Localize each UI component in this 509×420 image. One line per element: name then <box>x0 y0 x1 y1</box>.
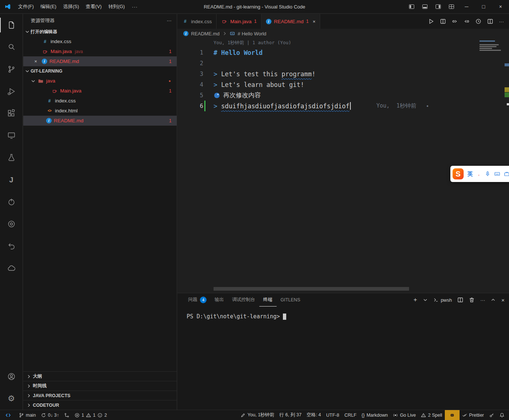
open-editor-index-css[interactable]: # index.css <box>23 36 177 46</box>
breadcrumb-file[interactable]: README.md <box>191 31 219 36</box>
keyboard-icon[interactable] <box>494 171 500 177</box>
accounts-icon[interactable] <box>0 365 22 388</box>
gitlens-authors-codelens[interactable]: You, 1秒钟前 | 1 author (You) <box>177 38 509 47</box>
menu-goto[interactable]: 转到(G) <box>105 2 128 11</box>
tab-main-java[interactable]: Main.java 1 <box>217 14 261 29</box>
open-editor-main-java[interactable]: Main.java java 1 <box>23 46 177 56</box>
explorer-icon[interactable] <box>0 14 22 36</box>
cursor-position-item[interactable]: 行 6, 列 37 <box>277 410 304 420</box>
breadcrumb-symbol[interactable]: # Hello World <box>238 31 266 36</box>
eol-item[interactable]: CRLF <box>342 410 359 420</box>
toggle-sidebar-icon[interactable] <box>405 0 418 13</box>
terminal-dropdown-icon[interactable] <box>423 297 428 302</box>
tab-problems[interactable]: 问题 4 <box>184 293 211 307</box>
project-root-header[interactable]: GIT-LEARNING <box>23 66 177 76</box>
close-icon[interactable]: × <box>34 59 42 64</box>
language-mode-item[interactable]: {} Markdown <box>359 410 390 420</box>
close-icon[interactable]: × <box>313 19 316 24</box>
code-line[interactable]: 5 再次修改内容 <box>177 90 509 101</box>
problems-item[interactable]: 1 1 2 <box>72 410 110 420</box>
menu-edit[interactable]: 编辑(E) <box>37 2 60 11</box>
java-console-icon[interactable]: J <box>0 169 22 191</box>
panel-more-icon[interactable]: ··· <box>480 297 485 303</box>
section-timeline[interactable]: 时间线 <box>23 381 177 391</box>
record-icon[interactable] <box>0 213 22 235</box>
tree-file-index-html[interactable]: <> index.html <box>23 106 177 116</box>
git-branch-item[interactable]: main <box>16 410 38 420</box>
menu-file[interactable]: 文件(F) <box>15 2 37 11</box>
open-editor-readme-md[interactable]: × i README.md 1 <box>23 56 177 66</box>
remote-explorer-icon[interactable] <box>0 125 22 147</box>
remote-indicator-icon[interactable] <box>0 410 16 420</box>
code-line[interactable]: 3 > Let's test this programm! <box>177 69 509 79</box>
section-outline[interactable]: 大纲 <box>23 371 177 381</box>
testing-icon[interactable] <box>0 147 22 169</box>
tab-debug-console[interactable]: 调试控制台 <box>228 293 259 307</box>
run-debug-icon[interactable] <box>0 80 22 102</box>
blame-item[interactable]: You, 1秒钟前 <box>238 410 277 420</box>
section-java-projects[interactable]: JAVA PROJECTS <box>23 391 177 400</box>
tab-index-css[interactable]: # index.css <box>177 14 217 29</box>
close-panel-icon[interactable]: × <box>501 297 505 303</box>
open-preview-icon[interactable] <box>440 18 446 24</box>
menu-selection[interactable]: 选择(S) <box>60 2 82 11</box>
split-editor-icon[interactable] <box>487 18 493 24</box>
horizontal-scrollbar[interactable] <box>214 287 409 291</box>
spell-checker-item[interactable]: 2 Spell <box>418 410 444 420</box>
close-button[interactable]: × <box>492 0 509 13</box>
source-control-icon[interactable] <box>0 58 22 80</box>
ime-punctuation-toggle[interactable]: ， <box>477 171 481 177</box>
search-icon[interactable] <box>0 36 22 58</box>
indentation-item[interactable]: 空格: 4 <box>304 410 323 420</box>
timeline-history-icon[interactable] <box>475 18 481 24</box>
ime-language-toggle[interactable]: 英 <box>467 171 473 178</box>
extension-status-badge[interactable] <box>445 410 460 420</box>
undo-history-icon[interactable] <box>0 235 22 257</box>
run-icon[interactable] <box>428 18 434 24</box>
section-codetour[interactable]: CODETOUR <box>23 400 177 410</box>
code-line-active[interactable]: 6 > sduifhjasdiuofjasdiofajsdiofsjdiofYo… <box>177 101 509 111</box>
power-tools-icon[interactable] <box>0 191 22 213</box>
customize-layout-icon[interactable] <box>445 0 458 13</box>
open-editors-header[interactable]: 打开的编辑器 <box>23 27 177 36</box>
tab-gitlens[interactable]: GITLENS <box>277 293 305 307</box>
maximize-button[interactable]: □ <box>475 0 492 13</box>
minimize-button[interactable]: ─ <box>458 0 475 13</box>
split-terminal-icon[interactable] <box>457 297 463 303</box>
go-live-item[interactable]: Go Live <box>390 410 418 420</box>
tab-readme-md[interactable]: i README.md 1 × <box>262 14 321 29</box>
tree-file-readme-md[interactable]: i README.md 1 <box>23 116 177 126</box>
new-terminal-icon[interactable]: + <box>413 296 417 304</box>
toolbox-icon[interactable] <box>504 171 509 177</box>
tunnel-key-item[interactable] <box>487 410 497 420</box>
terminal-profile[interactable]: pwsh <box>433 297 452 303</box>
terminal[interactable]: PS D:\git\note\git-learning> <box>177 307 509 410</box>
tree-file-index-css[interactable]: # index.css <box>23 96 177 106</box>
tab-output[interactable]: 输出 <box>211 293 228 307</box>
encoding-item[interactable]: UTF-8 <box>323 410 342 420</box>
prettier-item[interactable]: Prettier <box>460 410 487 420</box>
tree-file-main-java[interactable]: Main.java 1 <box>23 86 177 96</box>
tree-folder-java[interactable]: java ● <box>23 76 177 86</box>
code-line[interactable]: 2 <box>177 58 509 69</box>
git-graph-item[interactable] <box>62 410 72 420</box>
cloud-tools-icon[interactable] <box>0 257 22 279</box>
menu-view[interactable]: 查看(V) <box>82 2 105 11</box>
code-line[interactable]: 1 # Hello World <box>177 47 509 58</box>
maximize-panel-icon[interactable] <box>491 297 496 302</box>
git-sync-item[interactable]: 0↓ 3↑ <box>38 410 62 420</box>
menu-more-icon[interactable]: ··· <box>128 3 141 11</box>
settings-gear-icon[interactable]: ⚙ <box>0 388 22 410</box>
code-line[interactable]: 4 > Let's learn about git! <box>177 79 509 90</box>
previous-change-icon[interactable] <box>464 18 470 24</box>
editor-more-icon[interactable]: ··· <box>499 19 504 24</box>
notifications-item[interactable] <box>497 410 509 420</box>
sidebar-more-icon[interactable]: ··· <box>167 18 172 23</box>
extensions-icon[interactable] <box>0 102 22 125</box>
toggle-secondary-sidebar-icon[interactable] <box>432 0 445 13</box>
tab-terminal[interactable]: 终端 <box>259 293 277 307</box>
toggle-panel-icon[interactable] <box>418 0 432 13</box>
kill-terminal-icon[interactable] <box>469 297 475 303</box>
microphone-icon[interactable] <box>485 171 491 177</box>
minimap[interactable] <box>479 40 503 52</box>
